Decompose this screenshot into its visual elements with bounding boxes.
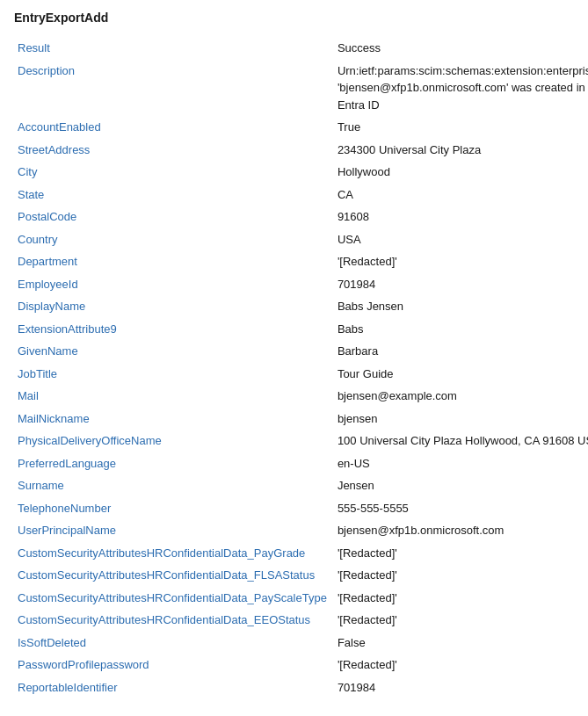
table-row: CustomSecurityAttributesHRConfidentialDa…: [14, 542, 588, 565]
table-row: DescriptionUrn:ietf:params:scim:schemas:…: [14, 60, 588, 117]
table-row: CustomSecurityAttributesHRConfidentialDa…: [14, 587, 588, 610]
field-value: 701984: [334, 273, 588, 296]
field-label: DisplayName: [14, 295, 334, 318]
field-label: GivenName: [14, 340, 334, 363]
field-value: Jensen: [334, 474, 588, 497]
field-value: 701984: [334, 676, 588, 699]
table-row: IsSoftDeletedFalse: [14, 632, 588, 655]
field-label: UserPrincipalName: [14, 519, 334, 542]
table-row: PhysicalDeliveryOfficeName100 Universal …: [14, 430, 588, 452]
field-label: IsSoftDeleted: [14, 632, 334, 655]
field-value: Hollywood: [334, 161, 588, 184]
field-value: 555-555-5555: [334, 497, 588, 520]
field-label: Country: [14, 228, 334, 251]
field-value: bjensen@example.com: [334, 385, 588, 408]
table-row: TelephoneNumber555-555-5555: [14, 497, 588, 520]
table-row: PreferredLanguageen-US: [14, 452, 588, 475]
table-row: Department'[Redacted]': [14, 250, 588, 273]
table-row: MailNicknamebjensen: [14, 408, 588, 430]
field-value: CA: [334, 184, 588, 206]
table-row: ReportableIdentifier701984: [14, 676, 588, 699]
field-label: TelephoneNumber: [14, 497, 334, 520]
field-value: USA: [334, 228, 588, 251]
field-label: PreferredLanguage: [14, 452, 334, 475]
field-value: bjensen: [334, 408, 588, 430]
field-value: '[Redacted]': [334, 654, 588, 676]
table-row: SurnameJensen: [14, 474, 588, 497]
field-label: JobTitle: [14, 363, 334, 386]
field-label: ExtensionAttribute9: [14, 318, 334, 341]
table-row: StreetAddress234300 Universal City Plaza: [14, 139, 588, 162]
field-label: CustomSecurityAttributesHRConfidentialDa…: [14, 587, 334, 610]
field-label: Surname: [14, 474, 334, 497]
field-value: Babs Jensen: [334, 295, 588, 318]
field-value: '[Redacted]': [334, 609, 588, 632]
table-row: CustomSecurityAttributesHRConfidentialDa…: [14, 609, 588, 632]
table-row: ExtensionAttribute9Babs: [14, 318, 588, 341]
table-row: PasswordProfilepassword'[Redacted]': [14, 654, 588, 676]
table-row: DisplayNameBabs Jensen: [14, 295, 588, 318]
field-label: StreetAddress: [14, 139, 334, 162]
field-value: Babs: [334, 318, 588, 341]
field-value: Barbara: [334, 340, 588, 363]
field-label: Description: [14, 60, 334, 117]
field-label: CustomSecurityAttributesHRConfidentialDa…: [14, 542, 334, 565]
field-value: bjensen@xfp1b.onmicrosoft.com: [334, 519, 588, 542]
data-table: ResultSuccessDescriptionUrn:ietf:params:…: [14, 37, 588, 698]
field-label: ReportableIdentifier: [14, 676, 334, 699]
field-value: '[Redacted]': [334, 587, 588, 610]
field-label: City: [14, 161, 334, 184]
table-row: Mailbjensen@example.com: [14, 385, 588, 408]
field-value: False: [334, 632, 588, 655]
field-value: '[Redacted]': [334, 250, 588, 273]
field-label: CustomSecurityAttributesHRConfidentialDa…: [14, 609, 334, 632]
field-label: CustomSecurityAttributesHRConfidentialDa…: [14, 564, 334, 587]
table-row: ResultSuccess: [14, 37, 588, 60]
field-value: 91608: [334, 206, 588, 228]
table-row: CustomSecurityAttributesHRConfidentialDa…: [14, 564, 588, 587]
table-row: UserPrincipalNamebjensen@xfp1b.onmicroso…: [14, 519, 588, 542]
table-row: CityHollywood: [14, 161, 588, 184]
field-label: Department: [14, 250, 334, 273]
field-label: Mail: [14, 385, 334, 408]
field-label: PostalCode: [14, 206, 334, 228]
field-value: '[Redacted]': [334, 564, 588, 587]
field-value: '[Redacted]': [334, 542, 588, 565]
field-label: PhysicalDeliveryOfficeName: [14, 430, 334, 452]
table-row: JobTitleTour Guide: [14, 363, 588, 386]
field-label: AccountEnabled: [14, 116, 334, 139]
field-value: Tour Guide: [334, 363, 588, 386]
table-row: EmployeeId701984: [14, 273, 588, 296]
field-label: EmployeeId: [14, 273, 334, 296]
field-label: MailNickname: [14, 408, 334, 430]
table-row: PostalCode91608: [14, 206, 588, 228]
field-label: Result: [14, 37, 334, 60]
field-value: en-US: [334, 452, 588, 475]
table-row: GivenNameBarbara: [14, 340, 588, 363]
field-label: State: [14, 184, 334, 206]
field-value: 234300 Universal City Plaza: [334, 139, 588, 162]
table-row: AccountEnabledTrue: [14, 116, 588, 139]
field-value: Success: [334, 37, 588, 60]
field-value: Urn:ietf:params:scim:schemas:extension:e…: [334, 60, 588, 117]
field-label: PasswordProfilepassword: [14, 654, 334, 676]
page-title: EntryExportAdd: [14, 11, 574, 25]
table-row: StateCA: [14, 184, 588, 206]
field-value: 100 Universal City Plaza Hollywood, CA 9…: [334, 430, 588, 452]
field-value: True: [334, 116, 588, 139]
table-row: CountryUSA: [14, 228, 588, 251]
